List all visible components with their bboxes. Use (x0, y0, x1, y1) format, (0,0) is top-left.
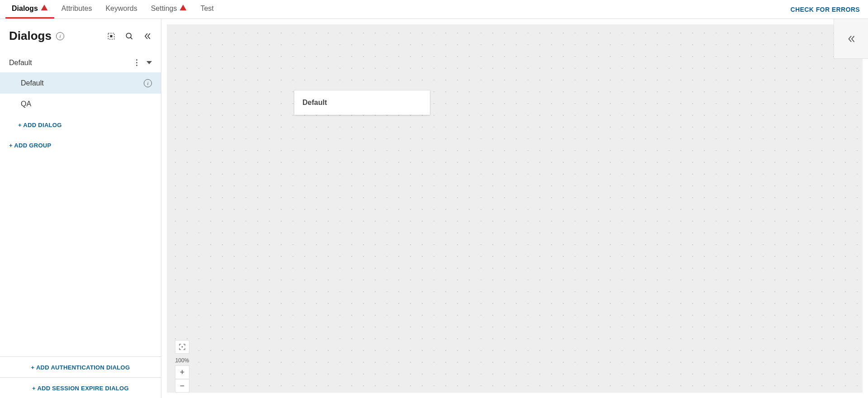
dialog-item-label: QA (21, 100, 31, 108)
svg-point-2 (126, 33, 131, 38)
dialog-item-label: Default (21, 79, 44, 87)
info-icon[interactable]: i (144, 79, 152, 87)
svg-rect-1 (110, 35, 113, 37)
zoom-fit-button[interactable] (175, 340, 189, 354)
dialog-group-name: Default (9, 59, 32, 67)
tab-label: Attributes (61, 5, 92, 13)
tab-test[interactable]: Test (194, 0, 220, 19)
add-dialog-button[interactable]: + ADD DIALOG (18, 122, 62, 128)
tab-attributes[interactable]: Attributes (55, 0, 99, 19)
collapse-sidebar-icon[interactable] (143, 32, 152, 41)
add-authentication-dialog-button[interactable]: + ADD AUTHENTICATION DIALOG (31, 364, 130, 371)
zoom-in-button[interactable]: + (175, 365, 189, 379)
dialog-item-default[interactable]: Default i (0, 72, 161, 94)
zoom-out-button[interactable]: − (175, 379, 189, 393)
page-title: Dialogs (9, 29, 52, 43)
warning-icon (41, 4, 48, 13)
tab-label: Test (200, 5, 213, 13)
svg-point-4 (182, 346, 183, 348)
select-all-icon[interactable] (107, 32, 116, 41)
warning-icon (179, 4, 187, 13)
expand-right-panel-button[interactable] (834, 19, 868, 59)
dialog-item-qa[interactable]: QA (0, 94, 161, 114)
dialog-group-row[interactable]: Default (0, 53, 161, 72)
dialog-node-default[interactable]: Default (294, 90, 430, 115)
info-icon[interactable]: i (56, 32, 64, 40)
tab-keywords[interactable]: Keywords (99, 0, 143, 19)
tab-label: Dialogs (12, 5, 38, 13)
group-menu-button[interactable] (134, 57, 139, 68)
tab-dialogs[interactable]: Dialogs (5, 0, 54, 19)
tab-settings[interactable]: Settings (145, 0, 193, 19)
dialog-canvas[interactable]: Default 100% + − (167, 24, 863, 393)
add-group-button[interactable]: + ADD GROUP (9, 142, 51, 149)
dialog-node-title: Default (302, 99, 327, 107)
tab-label: Settings (151, 5, 177, 13)
search-icon[interactable] (125, 32, 134, 41)
sidebar: Dialogs i Default (0, 19, 161, 398)
svg-line-3 (131, 37, 132, 39)
zoom-controls: 100% + − (175, 340, 189, 393)
chevron-down-icon[interactable] (146, 61, 152, 64)
check-for-errors-link[interactable]: CHECK FOR ERRORS (791, 0, 863, 19)
tab-label: Keywords (105, 5, 137, 13)
check-for-errors-label: CHECK FOR ERRORS (791, 6, 860, 13)
add-session-expire-dialog-button[interactable]: + ADD SESSION EXPIRE DIALOG (32, 385, 129, 392)
zoom-level-label: 100% (175, 357, 189, 364)
